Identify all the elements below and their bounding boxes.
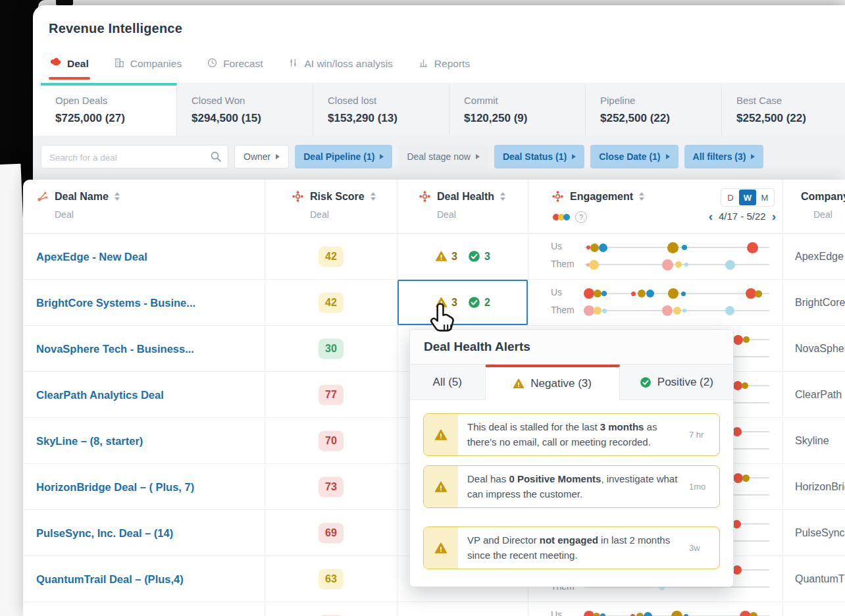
company-cell: Skyline [783, 418, 845, 463]
column-header-deal-health[interactable]: Deal Health Deal [397, 180, 528, 234]
company-cell [783, 602, 845, 616]
filter-chip-label: All filters (3) [693, 151, 746, 162]
risk-score-cell: 77 [265, 372, 397, 417]
sort-control[interactable] [115, 192, 120, 201]
alert-time: 7 hr [689, 414, 719, 455]
help-icon[interactable]: ? [575, 211, 587, 223]
summary-card-pipeline[interactable]: Pipeline$252,500 (22) [586, 83, 722, 136]
filter-chip-deal-status-1-[interactable]: Deal Status (1) [494, 145, 584, 168]
deal-name-link[interactable]: BrightCore Systems - Busine... [36, 296, 195, 309]
popup-tab-positive-2-[interactable]: Positive (2) [620, 365, 733, 400]
deal-name-link[interactable]: SkyLine – (8, starter) [36, 434, 143, 447]
risk-score-badge: 63 [319, 569, 344, 589]
deal-name-cell [23, 602, 265, 616]
risk-score-badge: 42 [319, 246, 344, 267]
deal-health-cell[interactable]: 33 [397, 234, 528, 279]
next-chevron-icon[interactable]: › [772, 210, 776, 222]
them-label: Them [551, 259, 575, 269]
sort-control[interactable] [500, 192, 505, 201]
caret-right-icon [572, 154, 576, 159]
risk-score-cell: 70 [265, 418, 397, 463]
deal-name-link[interactable]: NovaSphere Tech - Business... [36, 342, 194, 355]
warning-icon [434, 542, 448, 555]
deal-name-link[interactable]: HorizonBridge Deal – ( Plus, 7) [36, 480, 194, 493]
positive-count: 3 [484, 251, 490, 263]
prev-chevron-icon[interactable]: ‹ [709, 210, 713, 222]
gong-logo-icon [50, 57, 62, 71]
summary-card-commit[interactable]: Commit$120,250 (9) [449, 83, 586, 136]
period-toggle-m[interactable]: M [756, 190, 773, 205]
nav-tab-ai-win-loss-analysis[interactable]: AI win/loss analysis [288, 57, 392, 71]
summary-card-closed-lost[interactable]: Closed lost$153,290 (13) [313, 83, 449, 136]
popup-tab-label: All (5) [433, 376, 462, 389]
nav-tab-deal[interactable]: Deal [50, 57, 89, 71]
filter-chip-deal-pipeline-1-[interactable]: Deal Pipeline (1) [295, 145, 392, 168]
deal-name-link[interactable]: ClearPath Analytics Deal [36, 388, 164, 401]
filter-chip-close-date-1-[interactable]: Close Date (1) [590, 145, 678, 168]
engagement-dot [646, 290, 654, 297]
filter-chip-label: Deal Status (1) [503, 151, 567, 162]
deal-name-cell: NovaSphere Tech - Business... [23, 326, 265, 371]
deal-name-link[interactable]: ApexEdge - New Deal [36, 250, 147, 263]
deal-health-alerts-popup: Deal Health Alerts All (5)Negative (3)Po… [409, 329, 734, 587]
nav-tab-label: Reports [434, 58, 470, 70]
risk-score-cell: 69 [265, 510, 397, 555]
company-name: BrightCore [783, 297, 845, 309]
positive-check-icon [640, 376, 652, 388]
company-cell: PulseSync [783, 510, 845, 555]
search-input[interactable] [48, 145, 209, 169]
period-toggle-w[interactable]: W [739, 190, 756, 205]
deal-name-link[interactable]: QuantumTrail Deal – (Plus,4) [36, 573, 184, 585]
summary-card-best-case[interactable]: Best Case$252,500 (22) [722, 83, 845, 136]
engagement-dot [636, 613, 644, 616]
summary-card-closed-won[interactable]: Closed Won$294,500 (15) [177, 83, 313, 136]
engagement-dot [725, 260, 735, 270]
deal-health-cell[interactable]: 32 [397, 280, 528, 325]
engagement-dot [671, 611, 682, 616]
filter-chip-all-filters-3-[interactable]: All filters (3) [684, 145, 764, 168]
filter-chip-deal-stage-now[interactable]: Deal stage now [398, 145, 488, 168]
screen: Revenue Intelligence DealCompaniesForeca… [0, 0, 845, 616]
engagement-cell[interactable]: UsThem [528, 234, 783, 279]
nav-tab-forecast[interactable]: Forecast [207, 57, 263, 71]
summary-card-open-deals[interactable]: Open Deals$725,000 (27) [41, 83, 177, 136]
summary-card-value: $252,500 (22) [736, 112, 845, 125]
deal-name-link[interactable]: PulseSync, Inc. Deal – (14) [36, 526, 173, 539]
column-header-risk-score[interactable]: Risk Score Deal [265, 180, 397, 234]
alert-warning-stripe [424, 414, 458, 455]
column-header-deal-name[interactable]: Deal Name Deal [23, 180, 265, 234]
alert-warning-stripe [424, 527, 458, 569]
engagement-dot [594, 290, 602, 297]
engagement-dot [584, 288, 594, 299]
engagement-dot [594, 307, 602, 315]
us-label: Us [551, 287, 562, 297]
warning-icon [513, 378, 525, 390]
popup-tabs: All (5)Negative (3)Positive (2) [410, 365, 733, 400]
risk-score-badge: 69 [319, 523, 344, 543]
engagement-dot [684, 614, 688, 616]
summary-card-label: Open Deals [55, 95, 176, 106]
deal-health-cell[interactable] [397, 602, 528, 616]
column-header-engagement[interactable]: Engagement ? DWM ‹ 4/17 - 5/22 › [528, 180, 783, 234]
risk-score-badge: 77 [319, 384, 344, 405]
engagement-dot [668, 288, 679, 299]
engagement-cell[interactable]: UsThem [528, 280, 783, 325]
engagement-dot [725, 306, 734, 315]
popup-tab-all-5-[interactable]: All (5) [410, 365, 486, 400]
filter-chip-owner[interactable]: Owner [234, 145, 289, 168]
period-toggle-d[interactable]: D [722, 190, 739, 205]
nav-tab-reports[interactable]: Reports [418, 57, 470, 71]
filter-row: OwnerDeal Pipeline (1)Deal stage nowDeal… [41, 145, 763, 168]
column-header-company[interactable]: Company Deal [783, 180, 845, 234]
primary-nav: DealCompaniesForecastAI win/loss analysi… [50, 53, 470, 75]
engagement-dot [681, 292, 686, 296]
popup-tab-negative-3-[interactable]: Negative (3) [486, 365, 620, 400]
summary-card-value: $252,500 (22) [600, 112, 721, 125]
sort-control[interactable] [371, 192, 376, 201]
company-name: NovaSphere [783, 343, 845, 355]
engagement-dot [684, 263, 688, 267]
engagement-cell[interactable]: UsThem [528, 602, 783, 616]
company-cell: ClearPath [783, 372, 845, 417]
sort-control[interactable] [639, 192, 644, 201]
nav-tab-companies[interactable]: Companies [114, 57, 182, 71]
